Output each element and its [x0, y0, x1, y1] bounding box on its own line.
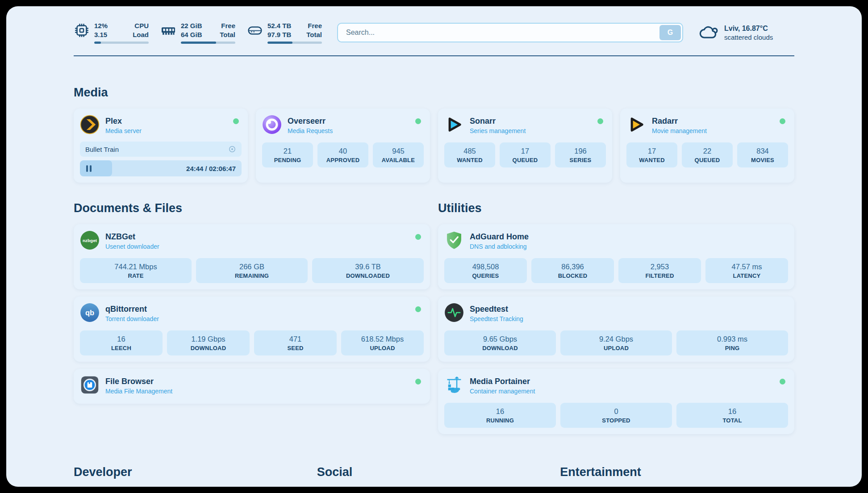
memory-total-value: 64 GiB [181, 30, 202, 39]
service-name: NZBGet [105, 232, 159, 242]
service-subtitle: Media File Management [105, 388, 172, 395]
service-card-plex[interactable]: Plex Media server Bullet Train [74, 109, 248, 183]
stat-leech: 16 LEECH [80, 330, 163, 355]
memory-free-label: Free [220, 21, 235, 30]
service-name: Plex [105, 117, 142, 126]
service-card-speedtest[interactable]: Speedtest Speedtest Tracking 9.65 Gbps D… [438, 297, 794, 362]
cpu-usage-value: 12% [94, 21, 108, 30]
top-bar: 12% 3.15 CPU Load [74, 21, 794, 44]
status-dot [597, 118, 603, 124]
now-playing-title: Bullet Train [85, 146, 119, 153]
weather-widget: Lviv, 16.87°C scattered clouds [698, 24, 794, 42]
sonarr-icon [444, 115, 464, 136]
stat-downloaded: 39.6 TB DOWNLOADED [312, 258, 424, 283]
service-card-sonarr[interactable]: Sonarr Series management 485 WANTED 17 Q… [438, 109, 612, 183]
stat-remaining: 266 GB REMAINING [196, 258, 308, 283]
section-title-social: Social [317, 465, 551, 479]
service-card-adguard[interactable]: AdGuard Home DNS and adblocking 498,508 … [438, 224, 794, 289]
service-card-radarr[interactable]: Radarr Movie management 17 WANTED 22 QUE… [620, 109, 794, 183]
section-title-entertainment: Entertainment [560, 465, 794, 479]
service-card-overseerr[interactable]: Overseerr Media Requests 21 PENDING 40 A… [256, 109, 430, 183]
resource-widgets: 12% 3.15 CPU Load [74, 21, 322, 44]
disk-widget: 52.4 TB 97.9 TB Free Total [247, 21, 322, 44]
svg-text:nzbget: nzbget [83, 238, 97, 243]
status-dot [415, 306, 421, 312]
stat-queued: 17 QUEUED [500, 142, 551, 167]
service-card-portainer[interactable]: Media Portainer Container management 16 … [438, 369, 794, 434]
memory-total-label: Total [220, 30, 235, 39]
status-dot [780, 379, 785, 384]
media-settings-icon[interactable] [228, 145, 236, 153]
disk-free-label: Free [306, 21, 322, 30]
status-dot [415, 234, 421, 240]
stat-total: 16 TOTAL [676, 403, 788, 428]
stat-available: 945 AVAILABLE [373, 142, 424, 167]
cloud-icon [698, 24, 719, 42]
stat-blocked: 86,396 BLOCKED [531, 258, 614, 283]
service-name: Sonarr [470, 117, 526, 126]
nzbget-icon: nzbget [80, 230, 100, 252]
playback-progress-bar: 24:44 / 02:06:47 [80, 160, 242, 176]
stat-upload: 9.24 Gbps UPLOAD [560, 330, 672, 355]
load-label: Load [133, 30, 149, 39]
stat-movies: 834 MOVIES [737, 142, 788, 167]
filebrowser-icon [80, 375, 100, 397]
stat-approved: 40 APPROVED [317, 142, 368, 167]
header-divider [74, 55, 794, 56]
playback-time: 24:44 / 02:06:47 [186, 165, 236, 172]
stat-wanted: 17 WANTED [626, 142, 677, 167]
stat-series: 196 SERIES [555, 142, 606, 167]
service-subtitle: Torrent downloader [105, 315, 159, 322]
service-subtitle: Usenet downloader [105, 243, 159, 250]
cpu-icon [74, 21, 90, 38]
stat-stopped: 0 STOPPED [560, 403, 672, 428]
stat-queries: 498,508 QUERIES [444, 258, 527, 283]
memory-free-value: 22 GiB [181, 21, 202, 30]
stat-filtered: 2,953 FILTERED [618, 258, 701, 283]
stat-pending: 21 PENDING [262, 142, 313, 167]
service-card-filebrowser[interactable]: File Browser Media File Management [74, 369, 430, 404]
stat-running: 16 RUNNING [444, 403, 556, 428]
status-dot [415, 379, 421, 384]
section-title-media: Media [74, 86, 794, 100]
service-subtitle: Series management [470, 127, 526, 134]
service-name: AdGuard Home [470, 232, 529, 242]
service-name: Overseerr [288, 117, 333, 126]
search-bar: G [337, 23, 683, 42]
service-card-nzbget[interactable]: nzbget NZBGet Usenet downloader 744.21 M… [74, 224, 430, 289]
service-subtitle: Media server [105, 127, 142, 134]
speedtest-icon [444, 303, 464, 324]
memory-progress-bar [181, 42, 235, 44]
stat-ping: 0.993 ms PING [676, 330, 788, 355]
service-name: Radarr [652, 117, 707, 126]
service-subtitle: Movie management [652, 127, 707, 134]
stat-seed: 471 SEED [254, 330, 337, 355]
service-name: Speedtest [470, 305, 523, 314]
disk-total-value: 97.9 TB [267, 30, 291, 39]
service-subtitle: Container management [470, 388, 535, 395]
weather-location-temp: Lviv, 16.87°C [724, 25, 773, 33]
service-card-qbittorrent[interactable]: qb qBittorrent Torrent downloader 16 LEE… [74, 297, 430, 362]
stat-latency: 47.57 ms LATENCY [705, 258, 788, 283]
dashboard: 12% 3.15 CPU Load [6, 6, 862, 487]
radarr-icon [626, 115, 646, 136]
section-title-documents: Documents & Files [74, 201, 430, 215]
service-name: File Browser [105, 377, 172, 386]
disk-progress-bar [267, 42, 322, 44]
stat-rate: 744.21 Mbps RATE [80, 258, 192, 283]
section-title-utilities: Utilities [438, 201, 794, 215]
service-subtitle: Media Requests [288, 127, 333, 134]
section-title-developer: Developer [74, 465, 308, 479]
svg-text:qb: qb [85, 309, 94, 317]
weather-condition: scattered clouds [724, 33, 773, 41]
search-input[interactable] [337, 23, 683, 42]
stat-download: 9.65 Gbps DOWNLOAD [444, 330, 556, 355]
cpu-label: CPU [133, 21, 149, 30]
memory-icon [160, 21, 176, 38]
overseerr-icon [262, 115, 282, 136]
stat-wanted: 485 WANTED [444, 142, 495, 167]
status-dot [233, 118, 239, 124]
search-engine-button[interactable]: G [659, 25, 681, 40]
portainer-icon [444, 375, 464, 397]
disk-free-value: 52.4 TB [267, 21, 291, 30]
